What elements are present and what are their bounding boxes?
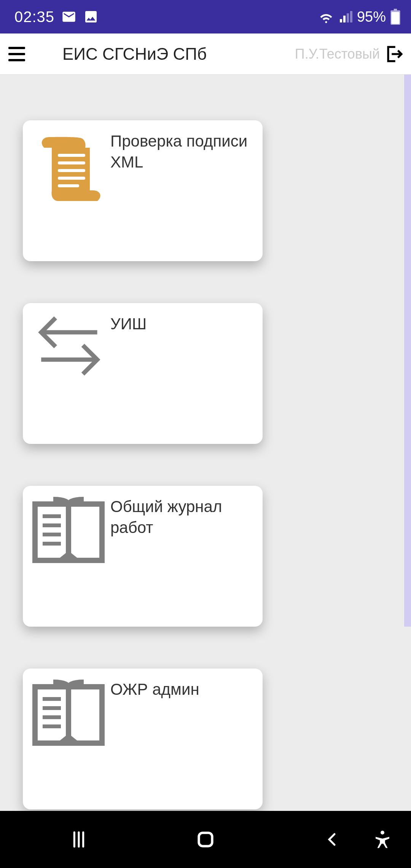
status-right: 95% [318, 9, 400, 25]
status-left: 02:35 [14, 8, 99, 26]
card-label: ОЖР админ [110, 678, 253, 800]
recent-apps-button[interactable] [62, 822, 96, 857]
arrows-icon [27, 312, 110, 435]
card-list: Проверка подписи XML УИШ [0, 75, 411, 809]
card-label: Общий журнал работ [110, 495, 253, 617]
card-uish[interactable]: УИШ [23, 303, 263, 444]
content-area: Проверка подписи XML УИШ [0, 75, 411, 811]
status-time: 02:35 [14, 8, 54, 26]
signal-icon [339, 10, 352, 24]
scroll-icon [27, 129, 110, 252]
back-button[interactable] [315, 822, 349, 857]
book-icon [27, 495, 110, 617]
wifi-icon [318, 9, 334, 25]
system-nav-bar [0, 811, 411, 868]
svg-rect-24 [199, 833, 212, 846]
card-general-log[interactable]: Общий журнал работ [23, 486, 263, 627]
card-label: Проверка подписи XML [110, 129, 253, 252]
accessibility-button[interactable] [365, 822, 400, 857]
picture-icon [83, 9, 99, 24]
svg-point-25 [381, 831, 384, 834]
user-name: П.У.Тестовый [295, 46, 380, 62]
status-bar: 02:35 95% [0, 0, 411, 34]
logout-button[interactable] [383, 43, 404, 65]
card-verify-xml[interactable]: Проверка подписи XML [23, 120, 263, 261]
card-label: УИШ [110, 312, 253, 435]
card-ozhr-admin[interactable]: ОЖР админ [23, 669, 263, 809]
battery-icon [390, 9, 400, 25]
mail-icon [61, 9, 76, 24]
book-icon [27, 678, 110, 800]
scrollbar[interactable] [404, 75, 411, 627]
battery-percent: 95% [357, 9, 386, 25]
app-title: ЕИС СГСНиЭ СПб [62, 45, 207, 64]
svg-rect-0 [392, 12, 400, 24]
home-button[interactable] [188, 822, 223, 857]
menu-button[interactable] [5, 43, 28, 65]
app-header: ЕИС СГСНиЭ СПб П.У.Тестовый [0, 34, 411, 75]
